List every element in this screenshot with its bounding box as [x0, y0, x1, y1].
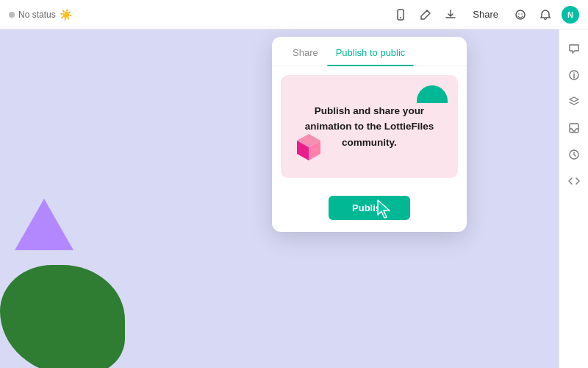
semicircle-decoration: [417, 85, 448, 103]
modal-footer: Publish: [272, 187, 467, 232]
tab-share[interactable]: Share: [284, 37, 327, 66]
modal-body: Publish and share your animation to the …: [281, 75, 458, 178]
svg-point-4: [521, 13, 523, 15]
modal-tabs: Share Publish to public: [272, 37, 467, 66]
edit-btn[interactable]: [417, 6, 434, 24]
status-emoji: ☀️: [60, 9, 72, 21]
mobile-preview-btn[interactable]: [392, 6, 409, 24]
smiley-btn[interactable]: [512, 6, 529, 24]
status-dot: [9, 12, 15, 18]
purple-triangle-shape: [15, 199, 74, 250]
notification-btn[interactable]: [537, 6, 554, 24]
status-label: No status: [18, 10, 56, 20]
svg-point-1: [400, 17, 401, 18]
toolbar: No status ☀️ Share: [0, 0, 588, 29]
green-blob-shape: [0, 265, 125, 368]
tab-publish[interactable]: Publish to public: [327, 37, 415, 66]
layers-icon[interactable]: [564, 91, 584, 112]
avatar[interactable]: N: [562, 6, 579, 24]
cube-decoration: [293, 131, 325, 166]
toolbar-left: No status ☀️: [9, 9, 383, 21]
right-sidebar: [559, 29, 588, 368]
code-icon[interactable]: [564, 171, 584, 191]
svg-marker-12: [378, 200, 390, 218]
cursor: [375, 199, 395, 222]
download-btn[interactable]: [442, 6, 459, 24]
comment-icon[interactable]: [564, 38, 584, 59]
status-indicator: No status ☀️: [9, 9, 72, 21]
publish-modal: Share Publish to public Publish and shar…: [272, 37, 467, 232]
inbox-icon[interactable]: [564, 118, 584, 138]
svg-point-6: [573, 72, 575, 74]
svg-point-3: [518, 13, 520, 15]
publish-button[interactable]: Publish: [329, 196, 410, 220]
toolbar-icons: Share N: [392, 6, 579, 24]
history-icon[interactable]: [564, 144, 584, 165]
share-button[interactable]: Share: [467, 6, 504, 23]
info-icon[interactable]: [564, 65, 584, 85]
